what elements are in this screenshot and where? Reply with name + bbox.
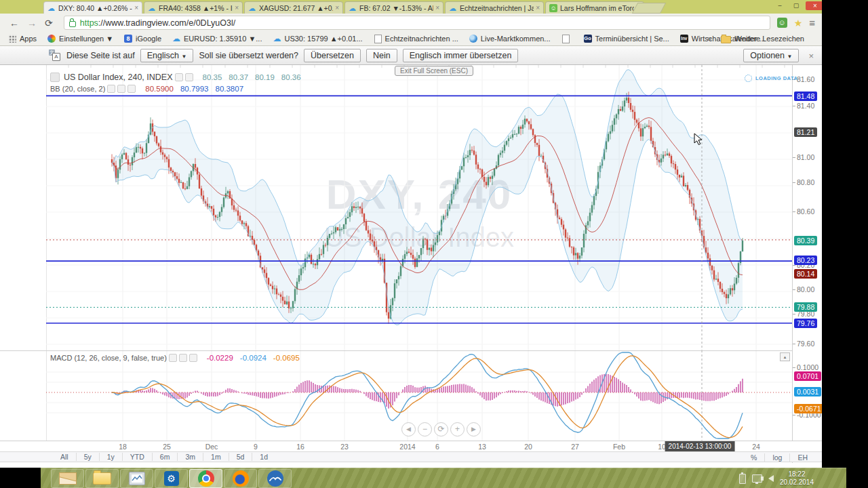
browser-tab[interactable]: ☁DXY: 80.40 ▲+0.26% - For× (43, 1, 142, 14)
taskbar-app-chart-app[interactable] (120, 469, 153, 488)
symbol-icon[interactable] (50, 73, 60, 82)
browser-tab[interactable]: ☁Echtzeitnachrichten | Jand× (445, 1, 544, 14)
tab-close-icon[interactable]: × (536, 4, 540, 12)
time-axis[interactable]: 2014-02-13 13:00:00 1825Dec9162320146132… (0, 441, 822, 452)
browser-menu-icon[interactable]: ≡ (809, 17, 815, 28)
bookmark-item[interactable]: Echtzeitnachrichten ... (374, 35, 458, 43)
tradingview-cloud-favicon: ☁ (449, 4, 457, 12)
inv-icon: Inv (680, 35, 688, 43)
bookmark-item[interactable]: 8iGoogle (124, 35, 161, 43)
scroll-left-button[interactable]: ◀ (401, 422, 416, 436)
range-button[interactable]: YTD (123, 453, 153, 461)
taskbar-app-file-explorer[interactable] (85, 469, 119, 488)
taskbar-app-firefox[interactable] (224, 469, 257, 488)
browser-tab[interactable]: ☁FB: 67.02 ▼-1.53% - Aktie× (344, 1, 443, 14)
bookmarks-overflow-icon[interactable]: » (707, 34, 712, 43)
language-dropdown[interactable]: Englisch ▼ (140, 49, 194, 62)
taskbar-app-openoffice[interactable] (258, 469, 292, 488)
range-button[interactable]: 5d (229, 453, 253, 461)
bookmark-star-icon[interactable]: ★ (794, 18, 803, 28)
scroll-right-button[interactable]: ▶ (467, 422, 481, 436)
bb-indicator-label[interactable]: BB (20, close, 2) (50, 85, 105, 93)
url-scheme: https (80, 18, 98, 28)
candlestick-chart[interactable] (46, 65, 792, 350)
system-tray: 18:22 20.02.2014 (739, 468, 814, 488)
tab-close-icon[interactable]: × (134, 4, 138, 12)
range-button[interactable]: 1m (203, 453, 229, 461)
range-button[interactable]: 3m (178, 453, 203, 461)
browser-tab[interactable]: ☺Lars Hoffmann im eToro C× (545, 1, 644, 14)
zoom-in-button[interactable]: + (450, 422, 465, 436)
settings-app-icon: ⚙ (164, 471, 179, 486)
tab-close-icon[interactable]: × (435, 4, 439, 12)
macd-collapse-button[interactable]: ▴ (780, 352, 790, 361)
range-button[interactable]: All (53, 453, 77, 461)
translate-icon: 文 A (49, 49, 60, 61)
bookmark-item[interactable]: ☁US30: 15799 ▲+0.01... (273, 35, 362, 43)
macd-eye-icon[interactable] (179, 354, 187, 362)
range-button[interactable]: 1y (100, 453, 123, 461)
extension-icon[interactable]: ☺ (777, 18, 787, 28)
close-window-button[interactable]: × (806, 1, 822, 10)
taskbar-clock[interactable]: 18:22 20.02.2014 (780, 470, 814, 487)
scale-button[interactable]: % (743, 453, 765, 462)
range-button[interactable]: 1d (252, 453, 275, 461)
translate-action-button[interactable]: Englisch immer übersetzen (403, 49, 519, 62)
forward-icon[interactable]: → (27, 18, 37, 28)
bookmark-item[interactable]: Einstellungen ▼ (47, 35, 113, 43)
battery-icon[interactable] (739, 474, 746, 484)
new-tab-button[interactable] (632, 3, 667, 14)
globe-icon (469, 35, 477, 43)
macd-close-icon[interactable] (189, 354, 197, 362)
pane-separator[interactable] (0, 350, 822, 351)
bookmark-item[interactable]: ☁EURUSD: 1.35910 ▼... (172, 35, 262, 43)
spinner-icon (745, 75, 752, 82)
price-axis[interactable]: 81.6081.4081.0080.8080.6080.2080.0079.80… (792, 65, 822, 463)
browser-tab[interactable]: ☁FRA40: 4358 ▲+1% - Indiz× (144, 1, 243, 14)
url-input[interactable]: https://www.tradingview.com/e/0DLyuO3l/ (64, 16, 770, 30)
tab-close-icon[interactable]: × (235, 4, 239, 12)
bb-eye-icon[interactable] (117, 85, 125, 93)
maximize-button[interactable]: ▢ (789, 1, 803, 10)
bookmark-item[interactable]: GoTerminübersicht | Se... (584, 35, 669, 43)
taskbar-app-settings-app[interactable]: ⚙ (155, 469, 188, 488)
browser-tab[interactable]: ☁XAGUSD: 21.677 ▲+0.83%× (244, 1, 343, 14)
bookmark-label: Terminübersicht | Se... (595, 35, 669, 43)
scale-button[interactable]: EH (790, 453, 815, 462)
speaker-icon[interactable] (768, 475, 774, 482)
translate-action-button[interactable]: Nein (366, 49, 397, 62)
macd-settings-icon[interactable] (169, 354, 177, 362)
taskbar-app-email-client[interactable] (51, 469, 84, 488)
legend-settings-icon[interactable] (175, 73, 183, 81)
legend-eye-icon[interactable] (185, 73, 193, 81)
back-icon[interactable]: ← (9, 18, 19, 28)
bookmark-item[interactable] (561, 35, 573, 43)
reset-view-button[interactable]: ⟳ (434, 422, 448, 436)
minimize-button[interactable]: – (773, 1, 787, 10)
translate-action-button[interactable]: Übersetzen (304, 49, 361, 62)
options-dropdown[interactable]: Optionen ▼ (743, 49, 799, 62)
bb-settings-icon[interactable] (107, 85, 115, 93)
other-bookmarks-folder[interactable]: Weitere Lesezeichen (721, 35, 804, 43)
reload-icon[interactable]: ⟳ (45, 18, 53, 28)
bookmark-item[interactable]: Live-Marktkommen... (469, 35, 551, 43)
translate-bar-close-icon[interactable]: × (808, 51, 814, 61)
exit-fullscreen-tooltip: Exit Full Screen (ESC) (395, 66, 473, 76)
cloud-icon: ☁ (273, 35, 281, 43)
chart-nav-buttons: ◀ − ⟳ + ▶ (401, 422, 481, 436)
macd-indicator-label[interactable]: MACD (12, 26, close, 9, false, true) (50, 354, 167, 362)
price-badge: 79.76 (794, 319, 817, 328)
zoom-out-button[interactable]: − (418, 422, 432, 436)
bookmark-item[interactable]: Apps (8, 35, 37, 43)
symbol-title[interactable]: US Dollar Index, 240, INDEX (64, 73, 173, 82)
range-button[interactable]: 6m (153, 453, 178, 461)
taskbar-app-chrome[interactable] (189, 469, 222, 488)
range-button[interactable]: 5y (77, 453, 100, 461)
chart-app-icon (129, 472, 145, 485)
firefox-icon (233, 470, 249, 487)
scale-button[interactable]: log (765, 453, 790, 462)
price-tick-label: 79.60 (797, 340, 814, 348)
price-tick-label: 80.60 (797, 207, 814, 216)
tab-close-icon[interactable]: × (335, 4, 339, 12)
bb-close-icon[interactable] (127, 85, 136, 93)
